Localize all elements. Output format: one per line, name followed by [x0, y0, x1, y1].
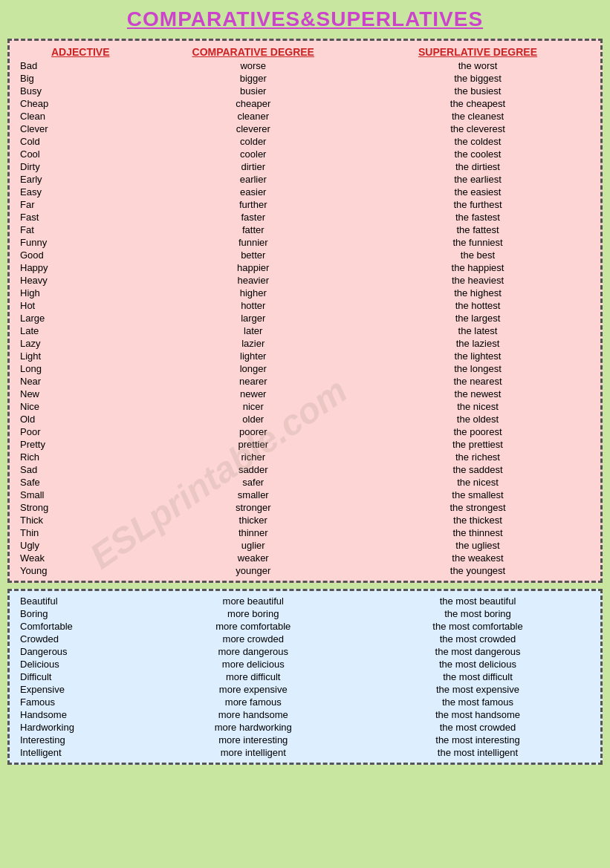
superlative-cell: the newest — [363, 388, 593, 400]
superlative-cell: the highest — [363, 287, 593, 299]
table-row: Difficult more difficult the most diffic… — [17, 670, 593, 683]
superlative-cell: the cheapest — [363, 97, 593, 110]
table-row: Far further the furthest — [17, 198, 593, 211]
comparative-cell: lighter — [144, 350, 363, 362]
superlative-cell: the most boring — [363, 607, 593, 620]
adjective-cell: Beautiful — [17, 595, 144, 607]
comparative-cell: uglier — [144, 539, 363, 552]
comparative-cell: more dangerous — [144, 645, 363, 658]
comparative-cell: more interesting — [144, 734, 363, 746]
superlative-cell: the coolest — [363, 148, 593, 160]
table-row: Interesting more interesting the most in… — [17, 734, 593, 746]
superlative-cell: the most famous — [363, 696, 593, 708]
regular-table: ADJECTIVE COMPARATIVE DEGREE SUPERLATIVE… — [17, 45, 593, 577]
comparative-cell: hotter — [144, 299, 363, 312]
superlative-cell: the best — [363, 249, 593, 261]
adjective-cell: Cold — [17, 135, 144, 148]
comparative-cell: cooler — [144, 148, 363, 160]
comparative-cell: colder — [144, 135, 363, 148]
table-row: Delicious more delicious the most delici… — [17, 658, 593, 670]
table-row: Dirty dirtier the dirtiest — [17, 160, 593, 173]
table-row: Poor poorer the poorest — [17, 425, 593, 438]
comparative-cell: earlier — [144, 173, 363, 186]
superlative-cell: the easiest — [363, 186, 593, 198]
superlative-cell: the biggest — [363, 72, 593, 85]
comparative-cell: nearer — [144, 375, 363, 388]
superlative-cell: the fastest — [363, 211, 593, 223]
adjective-cell: Early — [17, 173, 144, 186]
table-row: Old older the oldest — [17, 413, 593, 425]
comparative-cell: fatter — [144, 223, 363, 236]
superlative-cell: the most crowded — [363, 721, 593, 734]
comparative-cell: more boring — [144, 607, 363, 620]
superlative-cell: the thinnest — [363, 526, 593, 539]
table-row: Beautiful more beautiful the most beauti… — [17, 595, 593, 607]
table-row: Weak weaker the weakest — [17, 552, 593, 564]
comparative-cell: more crowded — [144, 633, 363, 645]
adjective-cell: Handsome — [17, 708, 144, 721]
table-row: Nice nicer the nicest — [17, 400, 593, 413]
table-row: Ugly uglier the ugliest — [17, 539, 593, 552]
table-row: Large larger the largest — [17, 312, 593, 324]
table-row: Clean cleaner the cleanest — [17, 110, 593, 123]
comparative-cell: prettier — [144, 438, 363, 451]
comparative-cell: further — [144, 198, 363, 211]
adjective-cell: Big — [17, 72, 144, 85]
comparative-cell: younger — [144, 564, 363, 577]
comparative-cell: heavier — [144, 274, 363, 287]
comparative-cell: cleaner — [144, 110, 363, 123]
table-row: Fast faster the fastest — [17, 211, 593, 223]
adjective-cell: Weak — [17, 552, 144, 564]
table-row: Light lighter the lightest — [17, 350, 593, 362]
table-row: Busy busier the busiest — [17, 85, 593, 97]
superlative-cell: the richest — [363, 451, 593, 463]
adjective-cell: Boring — [17, 607, 144, 620]
superlative-cell: the cleanest — [363, 110, 593, 123]
superlative-cell: the nicest — [363, 476, 593, 489]
comparative-cell: weaker — [144, 552, 363, 564]
table-row: Hardworking more hardworking the most cr… — [17, 721, 593, 734]
adjective-cell: Happy — [17, 261, 144, 274]
comparative-cell: safer — [144, 476, 363, 489]
table-row: Early earlier the earliest — [17, 173, 593, 186]
adjective-cell: Clean — [17, 110, 144, 123]
superlative-cell: the heaviest — [363, 274, 593, 287]
superlative-cell: the ugliest — [363, 539, 593, 552]
superlative-cell: the youngest — [363, 564, 593, 577]
comparative-cell: more comfortable — [144, 620, 363, 633]
adjective-cell: Large — [17, 312, 144, 324]
header-comparative: COMPARATIVE DEGREE — [144, 45, 363, 59]
adjective-cell: Busy — [17, 85, 144, 97]
adjective-cell: Intelligent — [17, 746, 144, 759]
adjective-cell: Famous — [17, 696, 144, 708]
superlative-cell: the most delicious — [363, 658, 593, 670]
adjective-cell: Young — [17, 564, 144, 577]
superlative-cell: the latest — [363, 324, 593, 337]
superlative-cell: the most comfortable — [363, 620, 593, 633]
comparative-cell: more beautiful — [144, 595, 363, 607]
superlative-cell: the nearest — [363, 375, 593, 388]
table-row: Handsome more handsome the most handsome — [17, 708, 593, 721]
superlative-cell: the fattest — [363, 223, 593, 236]
table-row: Cheap cheaper the cheapest — [17, 97, 593, 110]
table-row: Funny funnier the funniest — [17, 236, 593, 249]
comparative-cell: dirtier — [144, 160, 363, 173]
adjective-cell: Clever — [17, 123, 144, 135]
comparative-cell: cleverer — [144, 123, 363, 135]
superlative-cell: the poorest — [363, 425, 593, 438]
table-row: Dangerous more dangerous the most danger… — [17, 645, 593, 658]
comparative-cell: poorer — [144, 425, 363, 438]
table-row: Young younger the youngest — [17, 564, 593, 577]
adjective-cell: Ugly — [17, 539, 144, 552]
adjective-cell: Poor — [17, 425, 144, 438]
comparative-cell: busier — [144, 85, 363, 97]
superlative-cell: the hottest — [363, 299, 593, 312]
adjective-cell: Delicious — [17, 658, 144, 670]
comparative-cell: smaller — [144, 489, 363, 501]
superlative-cell: the largest — [363, 312, 593, 324]
table-row: Pretty prettier the prettiest — [17, 438, 593, 451]
comparative-cell: nicer — [144, 400, 363, 413]
adjective-cell: Far — [17, 198, 144, 211]
table-row: High higher the highest — [17, 287, 593, 299]
comparative-cell: easier — [144, 186, 363, 198]
